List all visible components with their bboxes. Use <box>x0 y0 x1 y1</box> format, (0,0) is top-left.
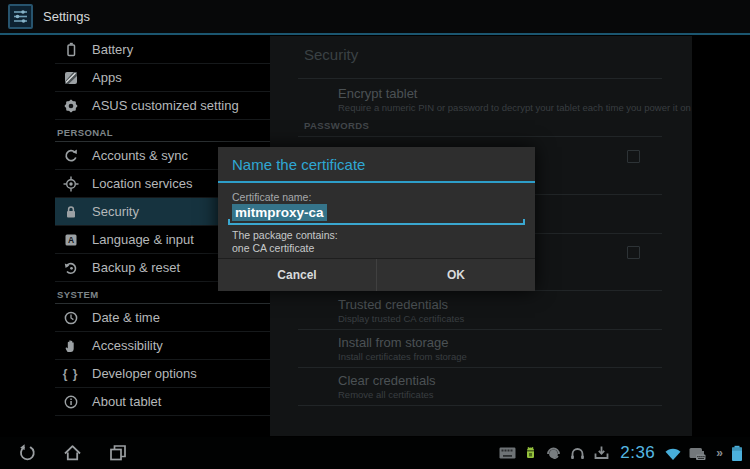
back-icon <box>17 443 37 463</box>
battery-status-icon <box>730 445 744 462</box>
sidebar-label: Security <box>92 204 139 219</box>
keyboard-icon <box>499 447 516 459</box>
certificate-name-label: Certificate name: <box>232 191 311 203</box>
chevrons-icon: » <box>716 446 723 460</box>
headset-icon <box>545 445 562 461</box>
sliders-glyph <box>12 8 29 25</box>
sidebar-label: Date & time <box>92 310 160 325</box>
headphones-icon <box>569 445 586 461</box>
certificate-name-value: mitmproxy-ca <box>232 204 327 221</box>
checkbox[interactable] <box>627 150 640 163</box>
checkbox[interactable] <box>627 246 640 259</box>
input-underline <box>228 223 525 225</box>
package-contents-line: one CA certificate <box>232 242 314 254</box>
svg-text:A: A <box>67 235 73 245</box>
apps-icon <box>62 69 79 86</box>
section-header-passwords: PASSWORDS <box>304 120 369 131</box>
sidebar-item-about-tablet[interactable]: About tablet <box>55 388 270 416</box>
action-bar: Settings <box>0 0 750 35</box>
location-icon <box>62 175 79 192</box>
back-button[interactable] <box>12 441 42 465</box>
recents-icon <box>108 443 128 463</box>
backup-icon <box>62 259 79 276</box>
sidebar-label: Language & input <box>92 232 194 247</box>
divider <box>298 136 662 137</box>
sidebar-label: Accessibility <box>92 338 163 353</box>
divider <box>298 78 662 79</box>
sidebar-label: Location services <box>92 176 192 191</box>
home-icon <box>62 443 83 463</box>
sidebar-section-personal: PERSONAL <box>55 120 270 142</box>
battery-icon <box>62 41 79 58</box>
dialog-title: Name the certificate <box>232 156 365 173</box>
sidebar-item-accessibility[interactable]: Accessibility <box>55 332 270 360</box>
sidebar-item-asus-customized-setting[interactable]: ASUS customized setting <box>55 92 270 120</box>
setting-subtitle: Remove all certificates <box>338 389 434 400</box>
setting-subtitle: Display trusted CA certificates <box>338 313 464 324</box>
sidebar-label: Apps <box>92 70 122 85</box>
download-tray-icon <box>593 445 610 461</box>
sidebar-label: Battery <box>92 42 133 57</box>
dock-battery-icon <box>689 446 709 461</box>
info-icon <box>62 393 79 410</box>
status-tray[interactable]: 2:36 » <box>499 437 744 469</box>
sidebar-label: Developer options <box>92 366 197 381</box>
settings-app-icon <box>8 4 33 29</box>
sync-icon <box>62 147 79 164</box>
gear-icon <box>62 97 79 114</box>
lock-icon <box>62 203 79 220</box>
clock: 2:36 <box>620 443 655 463</box>
language-icon: A <box>62 231 79 248</box>
clock-icon <box>62 309 79 326</box>
divider <box>298 367 662 368</box>
sidebar-label: ASUS customized setting <box>92 98 239 113</box>
screen: Settings Battery Apps ASUS customized se… <box>0 0 750 469</box>
cancel-button[interactable]: Cancel <box>218 259 377 291</box>
ok-button[interactable]: OK <box>377 259 535 291</box>
name-certificate-dialog: Name the certificate Certificate name: m… <box>218 147 535 291</box>
divider <box>298 405 662 406</box>
sidebar-item-battery[interactable]: Battery <box>55 36 270 64</box>
sidebar-label: About tablet <box>92 394 161 409</box>
android-debug-icon <box>523 445 538 461</box>
divider <box>298 329 662 330</box>
certificate-name-input[interactable]: mitmproxy-ca <box>228 203 525 225</box>
sidebar-item-developer-options[interactable]: { } Developer options <box>55 360 270 388</box>
system-bar: 2:36 » <box>0 437 750 469</box>
accessibility-hand-icon <box>62 337 79 354</box>
setting-title: Encrypt tablet <box>338 86 418 101</box>
home-button[interactable] <box>57 441 87 465</box>
setting-subtitle: Require a numeric PIN or password to dec… <box>338 102 691 113</box>
wifi-icon <box>664 446 682 461</box>
sidebar-item-apps[interactable]: Apps <box>55 64 270 92</box>
setting-title: Install from storage <box>338 335 449 350</box>
setting-subtitle: Install certificates from storage <box>338 351 467 362</box>
sidebar-item-date-time[interactable]: Date & time <box>55 304 270 332</box>
developer-braces-icon: { } <box>62 365 79 382</box>
page-title: Security <box>304 46 358 63</box>
sidebar-label: Accounts & sync <box>92 148 188 163</box>
dialog-title-bar: Name the certificate <box>218 147 535 183</box>
package-contains-line: The package contains: <box>232 229 338 241</box>
setting-title: Trusted credentials <box>338 297 448 312</box>
sidebar-label: Backup & reset <box>92 260 180 275</box>
recents-button[interactable] <box>103 441 133 465</box>
app-title: Settings <box>43 9 90 24</box>
dialog-button-bar: Cancel OK <box>218 258 535 291</box>
setting-title: Clear credentials <box>338 373 436 388</box>
